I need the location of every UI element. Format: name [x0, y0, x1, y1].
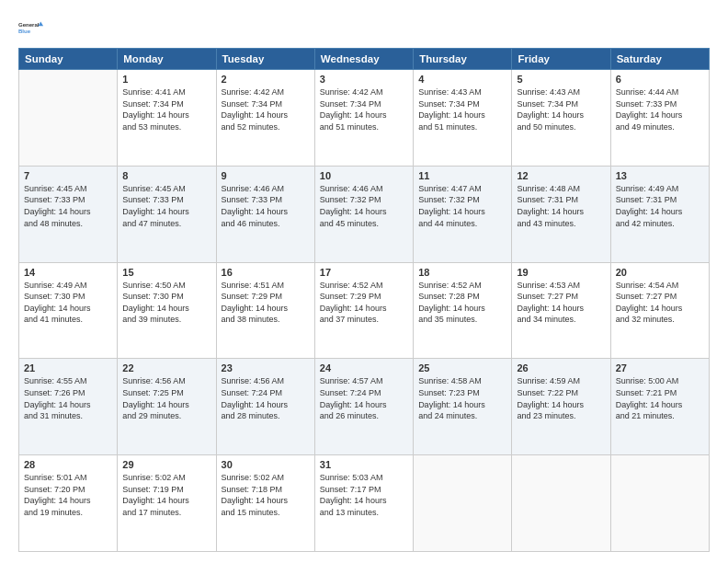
day-info: Sunrise: 4:48 AM Sunset: 7:31 PM Dayligh…	[517, 183, 605, 229]
day-info: Sunrise: 4:51 AM Sunset: 7:29 PM Dayligh…	[222, 280, 310, 326]
day-number: 2	[222, 74, 310, 85]
calendar-cell: 16Sunrise: 4:51 AM Sunset: 7:29 PM Dayli…	[216, 262, 314, 359]
day-info: Sunrise: 5:00 AM Sunset: 7:21 PM Dayligh…	[616, 375, 704, 421]
day-info: Sunrise: 4:42 AM Sunset: 7:34 PM Dayligh…	[222, 86, 310, 132]
calendar-cell: 20Sunrise: 4:54 AM Sunset: 7:27 PM Dayli…	[610, 262, 709, 359]
calendar-cell: 23Sunrise: 4:56 AM Sunset: 7:24 PM Dayli…	[216, 359, 314, 455]
day-info: Sunrise: 5:01 AM Sunset: 7:20 PM Dayligh…	[24, 472, 112, 518]
calendar-cell: 12Sunrise: 4:48 AM Sunset: 7:31 PM Dayli…	[512, 166, 610, 262]
day-number: 3	[320, 74, 408, 85]
day-info: Sunrise: 5:03 AM Sunset: 7:17 PM Dayligh…	[320, 472, 408, 518]
day-number: 5	[517, 74, 605, 85]
day-info: Sunrise: 4:46 AM Sunset: 7:32 PM Dayligh…	[320, 183, 408, 229]
day-info: Sunrise: 5:02 AM Sunset: 7:18 PM Dayligh…	[222, 472, 310, 518]
svg-text:Blue: Blue	[18, 29, 31, 34]
calendar-cell: 9Sunrise: 4:46 AM Sunset: 7:33 PM Daylig…	[216, 166, 314, 262]
day-info: Sunrise: 4:44 AM Sunset: 7:33 PM Dayligh…	[616, 86, 704, 132]
calendar-week-row: 21Sunrise: 4:55 AM Sunset: 7:26 PM Dayli…	[19, 359, 710, 455]
day-info: Sunrise: 4:56 AM Sunset: 7:25 PM Dayligh…	[122, 375, 210, 421]
calendar-cell: 19Sunrise: 4:53 AM Sunset: 7:27 PM Dayli…	[512, 262, 610, 359]
day-number: 18	[418, 267, 506, 278]
calendar-cell: 5Sunrise: 4:43 AM Sunset: 7:34 PM Daylig…	[512, 70, 610, 167]
calendar-cell: 14Sunrise: 4:49 AM Sunset: 7:30 PM Dayli…	[19, 262, 118, 359]
calendar-week-row: 28Sunrise: 5:01 AM Sunset: 7:20 PM Dayli…	[19, 455, 710, 552]
calendar-cell: 29Sunrise: 5:02 AM Sunset: 7:19 PM Dayli…	[118, 455, 216, 552]
calendar-header-thursday: Thursday	[414, 49, 512, 70]
day-number: 25	[418, 362, 506, 373]
day-info: Sunrise: 4:45 AM Sunset: 7:33 PM Dayligh…	[24, 183, 112, 229]
day-number: 12	[517, 170, 605, 181]
day-number: 23	[222, 362, 310, 373]
day-info: Sunrise: 4:56 AM Sunset: 7:24 PM Dayligh…	[222, 375, 310, 421]
day-info: Sunrise: 4:50 AM Sunset: 7:30 PM Dayligh…	[122, 280, 210, 326]
calendar-cell	[512, 455, 610, 552]
calendar-cell: 30Sunrise: 5:02 AM Sunset: 7:18 PM Dayli…	[216, 455, 314, 552]
calendar-cell: 4Sunrise: 4:43 AM Sunset: 7:34 PM Daylig…	[414, 70, 512, 167]
header: GeneralBlue	[18, 15, 710, 40]
day-info: Sunrise: 4:59 AM Sunset: 7:22 PM Dayligh…	[517, 375, 605, 421]
calendar-header-sunday: Sunday	[19, 49, 118, 70]
day-number: 8	[122, 170, 210, 181]
day-number: 14	[24, 267, 112, 278]
day-info: Sunrise: 4:57 AM Sunset: 7:24 PM Dayligh…	[320, 375, 408, 421]
day-info: Sunrise: 4:42 AM Sunset: 7:34 PM Dayligh…	[320, 86, 408, 132]
day-number: 19	[517, 267, 605, 278]
calendar-cell: 27Sunrise: 5:00 AM Sunset: 7:21 PM Dayli…	[610, 359, 709, 455]
day-number: 29	[122, 459, 210, 470]
day-number: 16	[222, 267, 310, 278]
day-info: Sunrise: 4:49 AM Sunset: 7:30 PM Dayligh…	[24, 280, 112, 326]
day-number: 6	[616, 74, 704, 85]
day-info: Sunrise: 4:49 AM Sunset: 7:31 PM Dayligh…	[616, 183, 704, 229]
calendar-table: SundayMondayTuesdayWednesdayThursdayFrid…	[18, 48, 710, 552]
calendar-cell: 26Sunrise: 4:59 AM Sunset: 7:22 PM Dayli…	[512, 359, 610, 455]
day-number: 4	[418, 74, 506, 85]
calendar-cell	[414, 455, 512, 552]
calendar-week-row: 14Sunrise: 4:49 AM Sunset: 7:30 PM Dayli…	[19, 262, 710, 359]
day-info: Sunrise: 4:43 AM Sunset: 7:34 PM Dayligh…	[517, 86, 605, 132]
day-info: Sunrise: 4:55 AM Sunset: 7:26 PM Dayligh…	[24, 375, 112, 421]
day-info: Sunrise: 4:52 AM Sunset: 7:29 PM Dayligh…	[320, 280, 408, 326]
day-info: Sunrise: 4:58 AM Sunset: 7:23 PM Dayligh…	[418, 375, 506, 421]
day-info: Sunrise: 4:45 AM Sunset: 7:33 PM Dayligh…	[122, 183, 210, 229]
calendar-cell: 7Sunrise: 4:45 AM Sunset: 7:33 PM Daylig…	[19, 166, 118, 262]
calendar-cell: 2Sunrise: 4:42 AM Sunset: 7:34 PM Daylig…	[216, 70, 314, 167]
day-number: 28	[24, 459, 112, 470]
logo-icon: GeneralBlue	[18, 15, 44, 40]
day-info: Sunrise: 4:54 AM Sunset: 7:27 PM Dayligh…	[616, 280, 704, 326]
day-number: 20	[616, 267, 704, 278]
calendar-header-wednesday: Wednesday	[314, 49, 413, 70]
calendar-cell: 17Sunrise: 4:52 AM Sunset: 7:29 PM Dayli…	[314, 262, 413, 359]
svg-text:General: General	[18, 22, 40, 28]
day-number: 30	[222, 459, 310, 470]
calendar-cell: 31Sunrise: 5:03 AM Sunset: 7:17 PM Dayli…	[314, 455, 413, 552]
calendar-header-tuesday: Tuesday	[216, 49, 314, 70]
day-info: Sunrise: 4:46 AM Sunset: 7:33 PM Dayligh…	[222, 183, 310, 229]
day-info: Sunrise: 5:02 AM Sunset: 7:19 PM Dayligh…	[122, 472, 210, 518]
calendar-cell	[610, 455, 709, 552]
calendar-cell: 28Sunrise: 5:01 AM Sunset: 7:20 PM Dayli…	[19, 455, 118, 552]
day-number: 31	[320, 459, 408, 470]
day-number: 21	[24, 362, 112, 373]
calendar-header-saturday: Saturday	[610, 49, 709, 70]
day-number: 27	[616, 362, 704, 373]
calendar-cell: 15Sunrise: 4:50 AM Sunset: 7:30 PM Dayli…	[118, 262, 216, 359]
day-info: Sunrise: 4:43 AM Sunset: 7:34 PM Dayligh…	[418, 86, 506, 132]
day-number: 13	[616, 170, 704, 181]
day-number: 15	[122, 267, 210, 278]
calendar-cell: 21Sunrise: 4:55 AM Sunset: 7:26 PM Dayli…	[19, 359, 118, 455]
calendar-cell: 24Sunrise: 4:57 AM Sunset: 7:24 PM Dayli…	[314, 359, 413, 455]
calendar-cell: 6Sunrise: 4:44 AM Sunset: 7:33 PM Daylig…	[610, 70, 709, 167]
calendar-cell	[19, 70, 118, 167]
calendar-cell: 1Sunrise: 4:41 AM Sunset: 7:34 PM Daylig…	[118, 70, 216, 167]
day-number: 11	[418, 170, 506, 181]
calendar-cell: 10Sunrise: 4:46 AM Sunset: 7:32 PM Dayli…	[314, 166, 413, 262]
calendar-cell: 18Sunrise: 4:52 AM Sunset: 7:28 PM Dayli…	[414, 262, 512, 359]
logo: GeneralBlue	[18, 15, 44, 40]
calendar-cell: 25Sunrise: 4:58 AM Sunset: 7:23 PM Dayli…	[414, 359, 512, 455]
calendar-header-friday: Friday	[512, 49, 610, 70]
day-number: 1	[122, 74, 210, 85]
calendar-header-monday: Monday	[118, 49, 216, 70]
calendar-cell: 11Sunrise: 4:47 AM Sunset: 7:32 PM Dayli…	[414, 166, 512, 262]
day-number: 10	[320, 170, 408, 181]
day-number: 9	[222, 170, 310, 181]
